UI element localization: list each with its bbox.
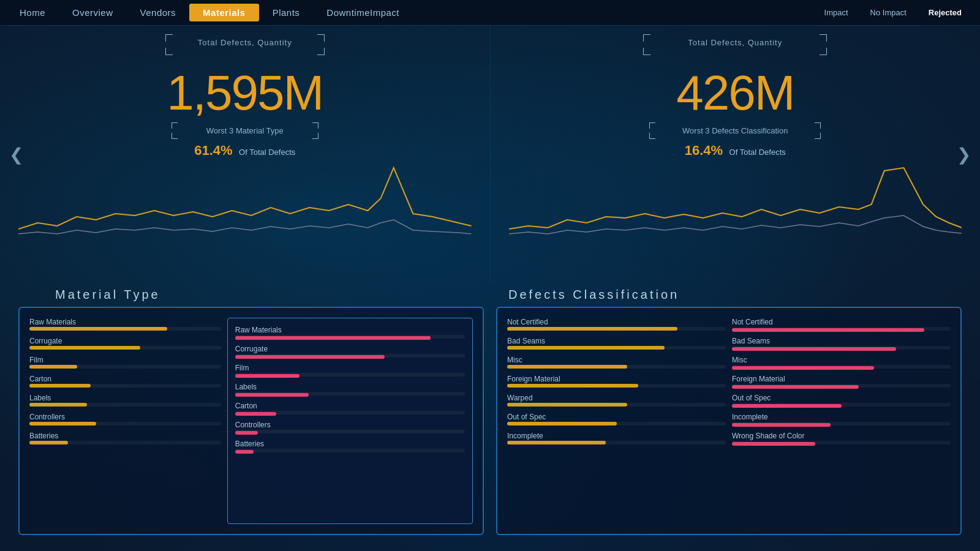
bar-track: [29, 422, 221, 425]
list-item: Labels: [29, 394, 221, 407]
left-chart-title: Total Defects, Quantity: [165, 34, 325, 51]
left-sub-bracket: Worst 3 Material Type: [172, 122, 318, 139]
left-data-panel: Raw MaterialsCorrugateFilmCartonLabelsCo…: [18, 307, 484, 535]
nav-overview[interactable]: Overview: [59, 4, 127, 21]
bar-fill-yellow: [29, 441, 68, 444]
bar-label: Bad Seams: [732, 337, 951, 345]
bar-label: Out of Spec: [507, 413, 726, 421]
bar-fill-pink: [235, 412, 277, 416]
main-content: ❮ Total Defects, Quantity 1,595M Worst 3…: [0, 26, 980, 547]
bar-track: [235, 392, 465, 395]
list-item: Wrong Shade of Color: [732, 432, 951, 444]
nav-vendors[interactable]: Vendors: [127, 4, 190, 21]
bar-fill-yellow: [507, 327, 677, 331]
bar-track: [235, 430, 465, 433]
list-item: Incomplete: [732, 413, 951, 425]
right-percent-label: Of Total Defects: [729, 148, 786, 157]
bar-fill-pink: [235, 355, 385, 359]
bar-label: Corrugate: [235, 345, 465, 353]
filter-no-impact[interactable]: No Impact: [864, 6, 913, 19]
bar-track: [29, 384, 221, 388]
right-chart-title: Total Defects, Quantity: [643, 34, 827, 51]
list-item: Out of Spec: [507, 413, 726, 425]
bar-fill-yellow: [29, 365, 77, 369]
bar-track: [507, 365, 726, 369]
bar-fill-pink: [732, 328, 924, 332]
left-percent-label: Of Total Defects: [239, 148, 295, 157]
bar-label: Batteries: [29, 432, 221, 440]
bar-label: Wrong Shade of Color: [732, 432, 951, 440]
list-item: Foreign Material: [507, 375, 726, 388]
bar-fill-yellow: [507, 441, 606, 444]
left-percent-line: 61.4% Of Total Defects: [18, 143, 472, 159]
charts-section: ❮ Total Defects, Quantity 1,595M Worst 3…: [0, 26, 980, 283]
bar-fill-pink: [732, 404, 842, 408]
bar-fill-yellow: [29, 422, 96, 425]
bar-fill-pink: [732, 366, 874, 370]
list-item: Not Certified: [732, 318, 951, 331]
left-inner-column: Raw MaterialsCorrugateFilmLabelsCartonCo…: [235, 326, 465, 456]
bar-track: [235, 449, 465, 452]
nav-materials[interactable]: Materials: [189, 4, 259, 21]
right-percent-value: 16.4%: [685, 143, 723, 158]
bar-fill-pink: [732, 347, 896, 351]
bar-label: Film: [29, 356, 221, 364]
next-arrow[interactable]: ❯: [951, 138, 977, 171]
bar-fill-yellow: [507, 365, 627, 369]
bar-label: Labels: [29, 394, 221, 402]
list-item: Corrugate: [235, 345, 465, 358]
list-item: Out of Spec: [732, 394, 951, 407]
list-item: Carton: [29, 375, 221, 388]
bar-track: [732, 327, 951, 331]
bar-track: [507, 441, 726, 444]
nav-plants[interactable]: Plants: [259, 4, 314, 21]
bar-track: [732, 422, 951, 425]
bar-track: [732, 384, 951, 388]
bar-track: [507, 422, 726, 425]
bar-fill-yellow: [507, 422, 617, 425]
right-big-number: 426M: [509, 69, 962, 118]
filter-rejected[interactable]: Rejected: [922, 6, 968, 19]
bar-label: Raw Materials: [235, 326, 465, 334]
bar-track: [507, 327, 726, 331]
bar-fill-yellow: [29, 346, 140, 350]
bar-track: [732, 441, 951, 444]
list-item: Raw Materials: [29, 318, 221, 331]
bar-label: Foreign Material: [732, 375, 951, 383]
list-item: Film: [235, 364, 465, 377]
bar-track: [507, 346, 726, 350]
right-percent-line: 16.4% Of Total Defects: [509, 143, 962, 159]
bar-fill-yellow: [29, 403, 87, 407]
bar-fill-yellow: [29, 384, 91, 388]
left-line-chart: [18, 162, 472, 247]
prev-arrow[interactable]: ❮: [3, 138, 29, 171]
bar-label: Misc: [507, 356, 726, 364]
bar-track: [507, 384, 726, 388]
bar-fill-pink: [235, 431, 258, 435]
right-chart-svg-container: [509, 162, 962, 277]
bar-track: [507, 403, 726, 407]
list-item: Not Certified: [507, 318, 726, 331]
bar-track: [235, 411, 465, 414]
bar-fill-yellow: [29, 327, 167, 331]
bar-track: [732, 403, 951, 407]
bar-label: Incomplete: [732, 413, 951, 421]
bottom-section: Raw MaterialsCorrugateFilmCartonLabelsCo…: [0, 307, 980, 547]
nav-downtime-impact[interactable]: DowntimeImpact: [313, 4, 413, 21]
list-item: Controllers: [29, 413, 221, 425]
nav-home[interactable]: Home: [6, 4, 59, 21]
list-item: Bad Seams: [507, 337, 726, 350]
bar-label: Foreign Material: [507, 375, 726, 383]
bar-fill-pink: [235, 450, 254, 454]
left-section-label: Material Type: [37, 283, 490, 307]
list-item: Batteries: [235, 440, 465, 452]
bar-fill-pink: [732, 385, 859, 389]
left-bracket-top: Total Defects, Quantity: [165, 34, 325, 55]
right-chart-panel: Total Defects, Quantity 426M Worst 3 Def…: [491, 26, 981, 283]
list-item: Carton: [235, 402, 465, 414]
bar-label: Controllers: [235, 421, 465, 429]
list-item: Batteries: [29, 432, 221, 444]
bar-track: [732, 365, 951, 369]
filter-impact[interactable]: Impact: [818, 6, 854, 19]
bar-fill-pink: [235, 336, 431, 340]
